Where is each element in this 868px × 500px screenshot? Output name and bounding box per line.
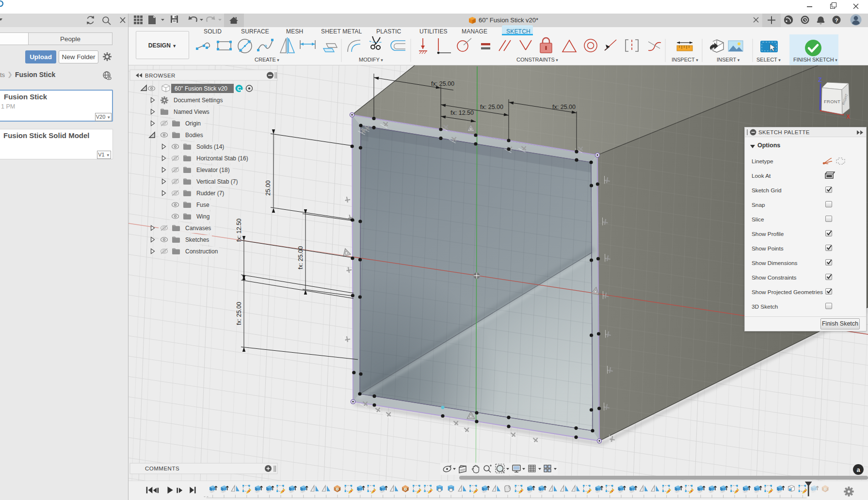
svg-text:fx: 25.00: fx: 25.00 — [480, 104, 503, 110]
svg-text:Z: Z — [818, 76, 822, 83]
svg-text:a: a — [856, 466, 860, 473]
svg-text:60" Fusion Stick v20*: 60" Fusion Stick v20* — [479, 16, 538, 24]
svg-text:Horizontal Stab (16): Horizontal Stab (16) — [196, 155, 248, 162]
svg-text:COMMENTS: COMMENTS — [145, 466, 179, 471]
svg-text:Wing: Wing — [196, 213, 209, 220]
svg-text:BROWSER: BROWSER — [145, 73, 176, 78]
svg-text:FRONT: FRONT — [824, 99, 840, 104]
svg-text:X: X — [846, 113, 850, 120]
svg-text:fx: 25.00: fx: 25.00 — [431, 80, 454, 87]
svg-text:60" Fusion Stick v20: 60" Fusion Stick v20 — [175, 85, 227, 92]
svg-text:fx: 25.00: fx: 25.00 — [552, 104, 576, 110]
svg-text:Document Settings: Document Settings — [174, 97, 223, 104]
svg-text:Fuse: Fuse — [196, 202, 209, 208]
svg-text:fx: 25.00: fx: 25.00 — [236, 302, 242, 325]
svg-text:Bodies: Bodies — [185, 132, 203, 139]
svg-text:?: ? — [835, 17, 838, 23]
svg-text:Solids (14): Solids (14) — [196, 143, 224, 150]
svg-text:25.00: 25.00 — [265, 180, 272, 195]
svg-text:Construction: Construction — [185, 248, 218, 255]
svg-text:fx: 12.50: fx: 12.50 — [450, 109, 474, 116]
svg-text:Sketches: Sketches — [185, 236, 209, 243]
svg-text:Origin: Origin — [185, 120, 201, 127]
svg-text:Named Views: Named Views — [174, 109, 209, 115]
svg-text:fx: 12.50: fx: 12.50 — [236, 219, 242, 242]
svg-text:Rudder (7): Rudder (7) — [196, 190, 224, 197]
svg-text:Elevator (18): Elevator (18) — [196, 167, 230, 173]
svg-text:Canvases: Canvases — [185, 225, 211, 232]
svg-text:C: C — [237, 86, 241, 92]
svg-text:fx: 25.00: fx: 25.00 — [297, 246, 304, 269]
svg-text:Vertical Stab (7): Vertical Stab (7) — [196, 178, 238, 185]
